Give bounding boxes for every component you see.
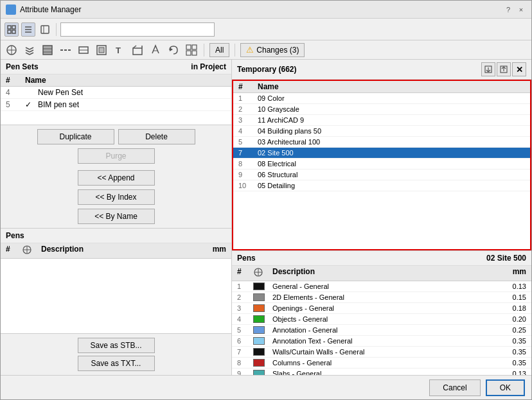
duplicate-button[interactable]: Duplicate bbox=[37, 129, 114, 144]
right-panel: Temporary (662) ✕ # Name bbox=[232, 60, 531, 375]
changes-tab-button[interactable]: ⚠ Changes (3) bbox=[240, 43, 305, 57]
list-item[interactable]: 9 Slabs - General 0.13 bbox=[232, 369, 531, 375]
tab-icon-profile[interactable] bbox=[94, 43, 109, 57]
append-button[interactable]: << Append bbox=[78, 170, 155, 186]
search-input[interactable] bbox=[60, 22, 215, 37]
temp-item-name: 03 Architectural 100 bbox=[258, 138, 525, 146]
list-item[interactable]: 9 06 Structural bbox=[233, 170, 530, 180]
rp-item-index: 4 bbox=[237, 315, 253, 323]
list-item[interactable]: 1 General - General 0.13 bbox=[232, 281, 531, 292]
ok-button[interactable]: OK bbox=[486, 379, 525, 396]
tab-icon-text[interactable]: T bbox=[112, 43, 127, 57]
pen-sets-section: Pen Sets in Project # Name 4 New Pen Set… bbox=[1, 60, 231, 125]
rp-item-desc: Objects - General bbox=[272, 315, 501, 323]
attribute-manager-dialog: Attribute Manager ? × bbox=[0, 0, 532, 400]
svg-marker-31 bbox=[170, 48, 173, 51]
by-index-button[interactable]: << By Index bbox=[78, 189, 155, 205]
purge-button[interactable]: Purge bbox=[78, 148, 155, 164]
temporary-close-button[interactable]: ✕ bbox=[512, 62, 526, 76]
delete-button[interactable]: Delete bbox=[118, 129, 195, 144]
toolbar-separator-1 bbox=[56, 23, 57, 36]
tab-icon-composite[interactable] bbox=[76, 43, 91, 57]
save-stb-button[interactable]: Save as STB... bbox=[78, 338, 155, 353]
list-item[interactable]: 7 Walls/Curtain Walls - General 0.35 bbox=[232, 347, 531, 358]
left-panel: Pen Sets in Project # Name 4 New Pen Set… bbox=[1, 60, 232, 375]
list-item[interactable]: 3 11 ArchiCAD 9 bbox=[233, 115, 530, 126]
svg-rect-7 bbox=[41, 26, 49, 33]
tab-icon-linetype[interactable] bbox=[58, 43, 73, 57]
save-txt-button[interactable]: Save as TXT... bbox=[78, 356, 155, 371]
rp-item-icon bbox=[253, 304, 272, 312]
all-tab-button[interactable]: All bbox=[209, 43, 229, 57]
tab-separator bbox=[204, 44, 204, 57]
temp-item-name: 04 Building plans 50 bbox=[258, 127, 525, 135]
temp-item-name: 08 Electrical bbox=[258, 160, 525, 168]
svg-line-12 bbox=[26, 53, 30, 55]
temp-export-button[interactable] bbox=[497, 62, 511, 76]
pens-right-section: Pens 02 Site 500 # Description mm 1 bbox=[232, 250, 531, 375]
rp-item-desc: Annotation Text - General bbox=[272, 337, 501, 345]
dialog-title: Attribute Manager bbox=[20, 5, 81, 14]
pens-left-header: Pens bbox=[1, 229, 231, 243]
list-item[interactable]: 5 Annotation - General 0.25 bbox=[232, 325, 531, 336]
tab-icon-fill[interactable] bbox=[40, 43, 55, 57]
tab-icon-layer[interactable] bbox=[22, 43, 37, 57]
pens-left-list[interactable]: # Description mm bbox=[1, 243, 231, 333]
tab-icon-grid[interactable] bbox=[184, 43, 199, 57]
tab-separator-2 bbox=[235, 44, 235, 57]
help-button[interactable]: ? bbox=[503, 4, 513, 15]
temp-item-name: 11 ArchiCAD 9 bbox=[258, 116, 525, 124]
temp-item-index: 3 bbox=[238, 116, 258, 124]
list-item[interactable]: 5 ✓ BIM pen set bbox=[1, 99, 231, 111]
list-item[interactable]: 4 04 Building plans 50 bbox=[233, 126, 530, 137]
svg-rect-35 bbox=[192, 51, 197, 55]
rp-item-desc: Columns - General bbox=[272, 359, 501, 367]
list-item[interactable]: 10 05 Detailing bbox=[233, 180, 530, 191]
temp-item-name: 10 Grayscale bbox=[258, 105, 525, 113]
temp-item-index: 4 bbox=[238, 127, 258, 135]
list-item[interactable]: 2 10 Grayscale bbox=[233, 104, 530, 115]
pens-right-header: Pens 02 Site 500 bbox=[232, 251, 531, 266]
toolbar-top bbox=[1, 19, 531, 40]
by-name-button[interactable]: << By Name bbox=[78, 209, 155, 224]
list-item[interactable]: 6 Annotation Text - General 0.35 bbox=[232, 336, 531, 347]
list-item[interactable]: 1 09 Color bbox=[233, 93, 530, 104]
tab-icon-penset[interactable] bbox=[148, 43, 163, 57]
pen-sets-list[interactable]: 4 New Pen Set 5 ✓ BIM pen set bbox=[1, 87, 231, 125]
rp-item-index: 8 bbox=[237, 359, 253, 367]
temp-import-button[interactable] bbox=[481, 62, 495, 76]
rp-item-mm: 0.20 bbox=[501, 315, 526, 323]
svg-text:T: T bbox=[116, 46, 121, 55]
toolbar-icon-3[interactable] bbox=[38, 22, 52, 37]
rp-item-index: 1 bbox=[237, 283, 253, 290]
list-item[interactable]: 8 Columns - General 0.35 bbox=[232, 358, 531, 369]
svg-rect-32 bbox=[186, 45, 191, 49]
temp-item-name: 02 Site 500 bbox=[258, 149, 525, 157]
tab-icon-undo[interactable] bbox=[166, 43, 181, 57]
close-button[interactable]: × bbox=[516, 4, 526, 15]
rp-item-icon bbox=[253, 337, 272, 345]
pens-right-title: Pens bbox=[237, 254, 256, 263]
list-item[interactable]: 4 New Pen Set bbox=[1, 87, 231, 99]
svg-rect-3 bbox=[12, 30, 15, 33]
list-item[interactable]: 7 02 Site 500 bbox=[233, 148, 530, 159]
list-item[interactable]: 4 Objects - General 0.20 bbox=[232, 314, 531, 325]
temporary-list[interactable]: 1 09 Color 2 10 Grayscale 3 11 ArchiCAD … bbox=[233, 93, 530, 249]
cancel-button[interactable]: Cancel bbox=[429, 379, 480, 396]
toolbar-icon-2[interactable] bbox=[21, 22, 35, 37]
list-item[interactable]: 3 Openings - General 0.18 bbox=[232, 303, 531, 314]
list-item[interactable]: 5 03 Architectural 100 bbox=[233, 137, 530, 148]
temp-item-index: 8 bbox=[238, 160, 258, 168]
rp-item-icon bbox=[253, 359, 272, 367]
temp-header-icons: ✕ bbox=[481, 62, 526, 76]
tab-icon-pen[interactable] bbox=[4, 43, 19, 57]
pen-sets-col-hash: # bbox=[6, 76, 25, 85]
rp-item-icon bbox=[253, 348, 272, 356]
pen-set-check: ✓ bbox=[25, 100, 38, 109]
list-item[interactable]: 2 2D Elements - General 0.15 bbox=[232, 292, 531, 303]
tab-icon-model[interactable] bbox=[130, 43, 145, 57]
pens-right-list[interactable]: # Description mm 1 General - General 0.1… bbox=[232, 266, 531, 375]
toolbar-icon-1[interactable] bbox=[4, 22, 19, 37]
list-item[interactable]: 8 08 Electrical bbox=[233, 159, 530, 170]
temporary-section: Temporary (662) ✕ # Name bbox=[232, 60, 531, 250]
